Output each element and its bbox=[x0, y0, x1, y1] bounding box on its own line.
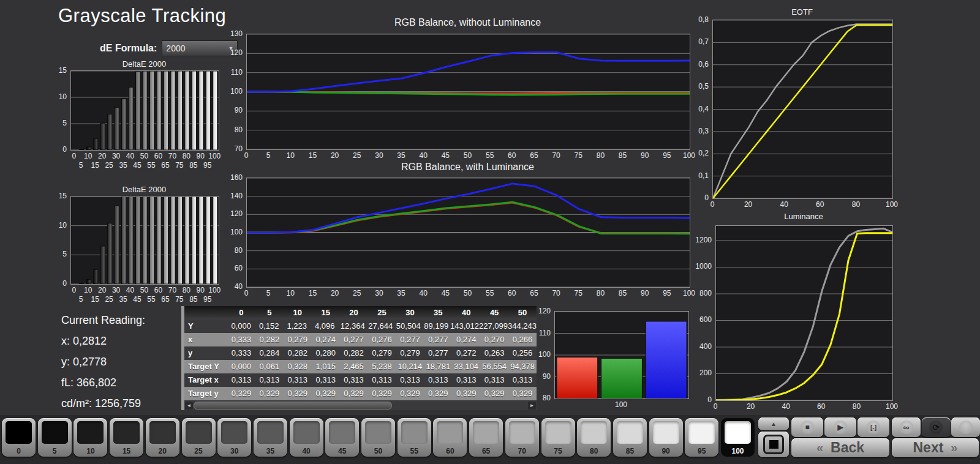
swatch-label: 90 bbox=[649, 447, 683, 455]
page-title: Grayscale Tracking bbox=[58, 5, 226, 27]
y-axis-tick-label: 80 bbox=[230, 246, 243, 255]
x-axis-tick-label: 15 bbox=[303, 151, 322, 160]
swatch-button-100[interactable]: 100 bbox=[721, 418, 755, 457]
table-column-header: 45 bbox=[480, 306, 508, 320]
table-cell: 0,277 bbox=[424, 333, 452, 346]
swatch-button-80[interactable]: 80 bbox=[577, 418, 611, 457]
swatch-button-55[interactable]: 55 bbox=[398, 418, 431, 457]
swatch-button-25[interactable]: 25 bbox=[182, 418, 216, 457]
swatch-button-40[interactable]: 40 bbox=[290, 418, 323, 457]
swatch-button-0[interactable]: 0 bbox=[2, 418, 36, 457]
table-cell: 0,282 bbox=[255, 333, 284, 346]
swatch-color bbox=[509, 421, 535, 444]
table-cell: 94,378 bbox=[508, 360, 537, 373]
table-cell: 56,554 bbox=[480, 360, 508, 373]
y-axis-tick-label: 200 bbox=[692, 369, 712, 377]
x-axis-tick-label: 90 bbox=[636, 289, 654, 297]
play-button[interactable]: ▶ bbox=[824, 417, 856, 437]
pattern-window-stop-button[interactable] bbox=[758, 432, 789, 457]
x-axis-tick-label: 75 bbox=[569, 289, 587, 297]
swatch-button-50[interactable]: 50 bbox=[361, 418, 395, 457]
plot-area bbox=[70, 196, 219, 285]
y-axis-tick-label: 100 bbox=[230, 87, 243, 95]
y-axis-tick-label: 100 bbox=[538, 350, 551, 359]
stop-square-icon bbox=[763, 435, 784, 454]
swatch-button-65[interactable]: 65 bbox=[469, 418, 503, 457]
pattern-window-up-button[interactable]: ▲ bbox=[758, 417, 789, 430]
swatch-button-5[interactable]: 5 bbox=[38, 418, 72, 457]
swatch-color bbox=[401, 421, 428, 444]
table-cell: 0,313 bbox=[284, 373, 312, 387]
y-axis-tick-label: 5 bbox=[51, 250, 67, 258]
x-axis-tick-label: 25 bbox=[348, 151, 366, 160]
x-axis-tick-label: 80 bbox=[591, 289, 609, 297]
back-chevron-icon: « bbox=[816, 441, 823, 455]
back-button[interactable]: « Back bbox=[791, 438, 889, 457]
table-cell: 0,000 bbox=[227, 360, 255, 373]
table-scrollbar[interactable]: ◄► bbox=[184, 401, 537, 410]
play-icon: ▶ bbox=[834, 421, 847, 434]
swatch-button-30[interactable]: 30 bbox=[217, 418, 251, 457]
table-column-header: 5 bbox=[255, 306, 284, 320]
table-cell: 0,313 bbox=[255, 373, 284, 387]
swatch-button-85[interactable]: 85 bbox=[613, 418, 647, 457]
swatch-button-35[interactable]: 35 bbox=[254, 418, 287, 457]
table-column-header: 20 bbox=[340, 306, 368, 320]
x-axis-tick-label: 100 bbox=[883, 402, 901, 411]
de-formula-row: dE Formula: 2000 ▼ bbox=[100, 40, 238, 56]
swatch-button-20[interactable]: 20 bbox=[146, 418, 179, 457]
x-axis-tick-label: 95 bbox=[198, 295, 217, 304]
up-arrow-icon: ▲ bbox=[771, 421, 777, 427]
scrollbar-thumb[interactable] bbox=[194, 402, 392, 410]
chart-title: Luminance bbox=[715, 212, 892, 221]
x-axis-tick-label: 60 bbox=[503, 289, 521, 297]
swatch-button-75[interactable]: 75 bbox=[541, 418, 575, 457]
swatch-color bbox=[688, 421, 715, 444]
blank-button[interactable] bbox=[951, 417, 980, 437]
scroll-left-arrow-icon[interactable]: ◄ bbox=[185, 402, 193, 410]
swatch-button-45[interactable]: 45 bbox=[325, 418, 359, 457]
x-axis-tick-label: 40 bbox=[414, 289, 432, 297]
swatch-button-10[interactable]: 10 bbox=[74, 418, 107, 457]
table-cell: 1,223 bbox=[283, 320, 311, 333]
chart-title: DeltaE 2000 bbox=[70, 185, 218, 194]
x-axis-tick-label: 80 bbox=[591, 151, 609, 160]
table-corner-cell bbox=[184, 306, 227, 320]
table-row: Target Y0,0000,0610,3281,0152,4655,23810… bbox=[184, 360, 537, 373]
x-axis-tick-label: 35 bbox=[392, 289, 410, 297]
de-formula-select[interactable]: 2000 ▼ bbox=[162, 40, 238, 56]
table-cell: 0,313 bbox=[340, 373, 368, 387]
current-reading-y: y: 0,2778 bbox=[61, 351, 145, 372]
interval-button[interactable]: [-] bbox=[858, 417, 889, 437]
table-cell: 0,329 bbox=[284, 387, 312, 400]
back-button-label: Back bbox=[831, 440, 864, 456]
table-column-header: 15 bbox=[312, 306, 340, 320]
blank-icon bbox=[959, 421, 973, 434]
x-axis-tick-label: 85 bbox=[614, 151, 632, 160]
swatch-button-90[interactable]: 90 bbox=[649, 418, 683, 457]
y-axis-tick-label: 110 bbox=[230, 68, 243, 77]
swatch-label: 95 bbox=[685, 447, 718, 455]
deltae-chart-top: DeltaE 2000 0510150510152025303540455055… bbox=[51, 59, 229, 182]
y-axis-tick-label: 15 bbox=[51, 192, 67, 200]
next-button[interactable]: Next » bbox=[892, 438, 979, 457]
y-axis-tick-label: 140 bbox=[230, 192, 243, 200]
swatch-button-15[interactable]: 15 bbox=[110, 418, 143, 457]
swatch-button-60[interactable]: 60 bbox=[433, 418, 467, 457]
x-axis-tick-label: 55 bbox=[481, 289, 499, 297]
swatch-button-70[interactable]: 70 bbox=[505, 418, 539, 457]
x-axis-tick-label: 0 bbox=[237, 289, 255, 297]
scroll-right-arrow-icon[interactable]: ► bbox=[528, 402, 536, 410]
x-axis-tick-label: 55 bbox=[481, 151, 499, 160]
stop-button[interactable]: ■ bbox=[791, 417, 823, 437]
table-column-header: 35 bbox=[424, 306, 452, 320]
y-axis-tick-label: 800 bbox=[692, 289, 712, 297]
next-button-label: Next bbox=[913, 440, 944, 456]
refresh-button[interactable]: ⟳ bbox=[922, 417, 951, 437]
current-reading-cdm2: cd/m²: 1256,759 bbox=[61, 393, 145, 414]
swatch-button-95[interactable]: 95 bbox=[685, 418, 718, 457]
infinity-button[interactable]: ∞ bbox=[892, 417, 921, 437]
table-row-label: Target x bbox=[184, 373, 227, 387]
swatch-label: 5 bbox=[38, 447, 72, 455]
x-axis-tick-label: 100 bbox=[205, 286, 224, 294]
